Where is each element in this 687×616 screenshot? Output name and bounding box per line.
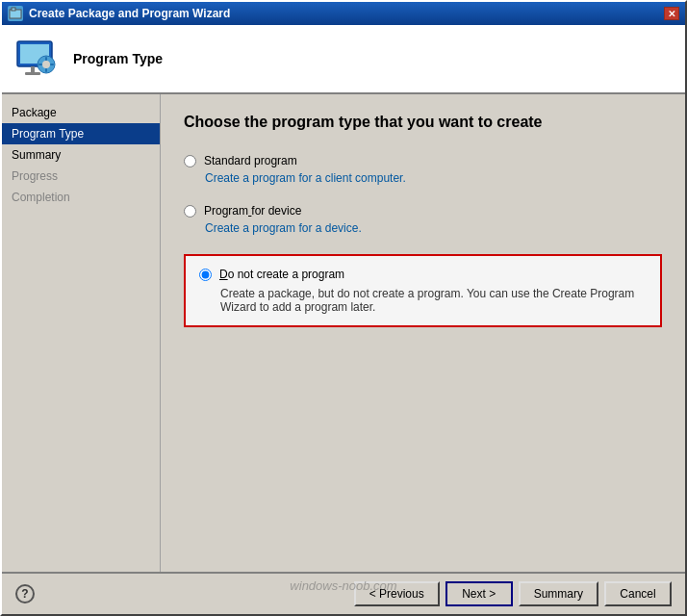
wizard-window: Create Package and Program Wizard ✕ xyxy=(0,0,687,616)
standard-program-option: Standard program Create a program for a … xyxy=(184,154,662,185)
content-title: Choose the program type that you want to… xyxy=(184,114,662,131)
next-button[interactable]: Next > xyxy=(445,581,513,606)
bottom-buttons: < Previous Next > Summary Cancel xyxy=(354,581,672,606)
sidebar-item-program-type[interactable]: Program Type xyxy=(2,123,160,144)
sidebar-item-completion: Completion xyxy=(2,187,160,208)
previous-button[interactable]: < Previous xyxy=(354,581,440,606)
sidebar-item-progress: Progress xyxy=(2,166,160,187)
device-program-row: Program for device xyxy=(184,204,662,218)
device-label[interactable]: Program for device xyxy=(204,204,301,218)
svg-rect-5 xyxy=(25,72,40,75)
header-section: Program Type xyxy=(2,25,685,94)
no-program-row: Do not create a program xyxy=(199,268,647,281)
svg-point-7 xyxy=(42,61,50,68)
svg-rect-4 xyxy=(31,66,35,72)
svg-rect-9 xyxy=(45,68,47,72)
main-area: Package Program Type Summary Progress Co… xyxy=(2,94,685,572)
header-title: Program Type xyxy=(73,51,163,66)
device-program-option: Program for device Create a program for … xyxy=(184,204,662,235)
svg-rect-8 xyxy=(45,57,47,61)
nocreate-description: Create a package, but do not create a pr… xyxy=(220,287,647,314)
svg-rect-1 xyxy=(12,8,15,11)
sidebar-item-summary[interactable]: Summary xyxy=(2,144,160,166)
content-area: Choose the program type that you want to… xyxy=(161,94,685,572)
title-bar-left: Create Package and Program Wizard xyxy=(8,6,230,21)
device-description: Create a program for a device. xyxy=(205,221,662,235)
title-bar: Create Package and Program Wizard ✕ xyxy=(2,2,685,25)
no-program-option-box: Do not create a program Create a package… xyxy=(184,254,662,327)
standard-program-row: Standard program xyxy=(184,154,662,167)
sidebar: Package Program Type Summary Progress Co… xyxy=(2,94,161,572)
header-icon xyxy=(13,36,60,82)
svg-rect-11 xyxy=(50,64,54,65)
standard-radio[interactable] xyxy=(184,155,196,167)
svg-rect-10 xyxy=(38,64,42,65)
nocreate-radio[interactable] xyxy=(199,269,212,281)
sidebar-item-package[interactable]: Package xyxy=(2,102,160,123)
nocreate-label[interactable]: Do not create a program xyxy=(219,268,344,281)
help-icon[interactable]: ? xyxy=(15,584,35,603)
standard-label[interactable]: Standard program xyxy=(204,154,297,167)
bottom-left: ? xyxy=(15,584,35,603)
wizard-icon xyxy=(8,6,23,21)
cancel-button[interactable]: Cancel xyxy=(604,581,672,606)
device-radio[interactable] xyxy=(184,205,196,218)
standard-description: Create a program for a client computer. xyxy=(205,171,662,185)
close-button[interactable]: ✕ xyxy=(664,7,679,20)
window-title: Create Package and Program Wizard xyxy=(29,7,230,20)
bottom-bar: ? < Previous Next > Summary Cancel xyxy=(2,572,685,614)
summary-button[interactable]: Summary xyxy=(519,581,598,606)
